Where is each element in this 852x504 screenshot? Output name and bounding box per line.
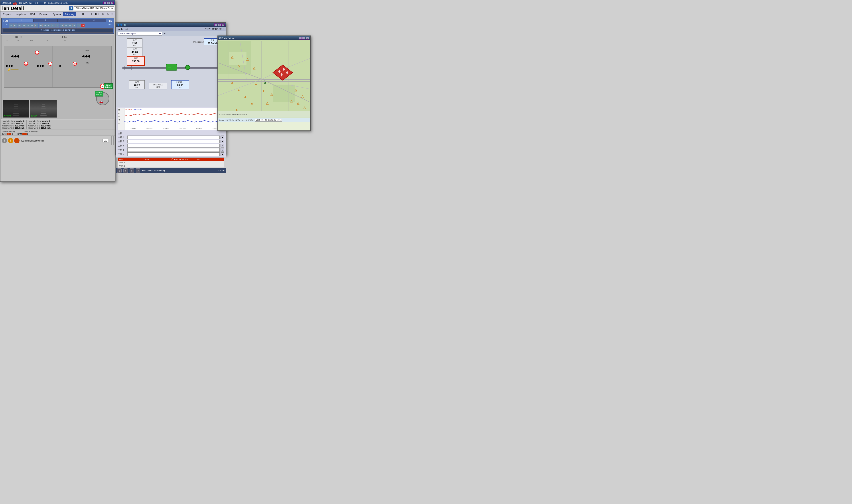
status-icon-4[interactable]: ? xyxy=(136,168,140,173)
menu-a[interactable]: A xyxy=(106,12,110,16)
alarm-col-date-1: 3/23/2010 4:27 PM xyxy=(171,158,197,160)
alarm-dropdown-arrow[interactable]: ▼ xyxy=(164,32,166,35)
minimize-btn-3[interactable]: _ xyxy=(298,37,302,39)
close-btn-3[interactable]: ✕ xyxy=(306,37,309,39)
close-btn[interactable]: ✕ xyxy=(110,2,114,4)
arrow-left-1: ◀◀◀ xyxy=(11,54,19,58)
minimize-btn-2[interactable]: _ xyxy=(214,23,217,26)
menu-helpdesk[interactable]: Helpdesk xyxy=(14,12,28,16)
stat-val-6: 75Fhz/h xyxy=(42,123,50,125)
stat-total-fhz-us-1: Total Fhz./U.S. 75Fhz/h xyxy=(2,123,25,125)
stat-label-3: Geschw./N.S. xyxy=(2,125,15,127)
alarm-description-select[interactable]: Alarm Description xyxy=(117,32,162,36)
note-label-5: 注释 5 xyxy=(117,152,126,156)
sensor-jingya-value: 40.28 xyxy=(128,51,141,53)
num-01: 01 xyxy=(64,39,66,41)
window-process-scada: 👤👤 ⚙️ _ □ ✕ root / root 11:26 12.02.2010… xyxy=(115,22,226,155)
stat-label-4: Geschw./U.S. xyxy=(2,127,15,129)
map-area: Zoom 25 Width 140/w Height 932/w xyxy=(218,40,310,118)
num-05: 05 xyxy=(6,39,8,41)
minimize-btn[interactable]: _ xyxy=(103,2,107,4)
menu-fuhrung[interactable]: Führung xyxy=(63,12,76,16)
stats-area: Total Fhz./N.S. 217Fhz/h Total Fhz./U.S.… xyxy=(0,120,115,129)
menu-reports[interactable]: Reports xyxy=(1,12,14,16)
window1-view-select[interactable]: Silikon-Flielen LUE Umf. Flielen Detail xyxy=(74,6,114,10)
note-row-1: 注释 1 ▶ xyxy=(117,136,224,139)
menu-gba[interactable]: GBA xyxy=(28,12,37,16)
alarm-icon-1[interactable]: ! xyxy=(2,138,7,143)
alarm-icon-3[interactable]: ! xyxy=(14,138,19,143)
lane-cell-12: 12 xyxy=(55,23,59,28)
maximize-btn[interactable]: □ xyxy=(107,2,110,4)
note-input-1[interactable] xyxy=(127,136,220,139)
stat-label-8: Geschw./U.S. xyxy=(29,127,41,129)
chart-svg xyxy=(125,109,224,127)
status-icon-1[interactable]: ⚙ xyxy=(117,168,122,173)
note-btn-4[interactable]: ▶ xyxy=(220,148,224,152)
menu-s[interactable]: S xyxy=(86,12,90,16)
alarm-col-kam-3: KAM 2 xyxy=(119,165,223,167)
stat-val-5: 217Fhz/h xyxy=(42,120,51,123)
num-04a: 04 xyxy=(17,39,19,41)
win2-time: 11:26 12.02.2010 xyxy=(205,28,224,30)
window1-dropdown-area: 5 Silikon-Flielen LUE Umf. Flielen Detai… xyxy=(69,6,114,11)
x-label-1: 11:23:50 xyxy=(130,128,136,129)
sensor-chaiya: 差压 2.39 bar xyxy=(127,38,142,48)
menu-ble[interactable]: BLE xyxy=(94,12,101,16)
tunnel-diagram: TUF 03 TUF 04 05 04 03 02 01 🚫 🚫 🚫 🚫 ◀◀◀… xyxy=(1,35,114,119)
kam-row: KAM ███ 3 KAM ███ 3 xyxy=(2,133,113,135)
scroll-bar[interactable] xyxy=(111,136,114,145)
tunnel-tab-2[interactable]: 2 xyxy=(34,19,58,22)
win2-user-icon: 👤👤 xyxy=(117,24,123,26)
stat-label-2: Total Fhz./U.S. xyxy=(2,123,16,125)
window1-subtitle: LD_AWS_KST_SB xyxy=(19,2,38,4)
menu-browser[interactable]: Browser xyxy=(37,12,50,16)
sensor-j2-unit: bar xyxy=(131,87,143,89)
tunnel-tab-4[interactable]: 4 xyxy=(82,19,107,22)
alarm-icon-2[interactable]: ! xyxy=(8,138,13,143)
maximize-btn-2[interactable]: □ xyxy=(218,23,221,26)
lane-cell-05: 05 xyxy=(26,23,30,28)
note-input-3[interactable] xyxy=(127,144,220,147)
status-icon-3[interactable]: ℹ xyxy=(130,168,134,173)
stat-val-4: 128.9km/h xyxy=(15,127,25,129)
menu-g[interactable]: G xyxy=(110,12,114,16)
circle-indicator xyxy=(185,65,190,70)
close-btn-2[interactable]: ✕ xyxy=(221,23,224,26)
tunnel-tab-3[interactable]: 3 xyxy=(58,19,82,22)
note-input-2[interactable] xyxy=(127,140,220,143)
note-btn-1[interactable]: ▶ xyxy=(220,136,224,139)
sensor-esd-label: ESD WELL温度 xyxy=(151,84,165,89)
note-label-2: 注释 2 xyxy=(117,140,126,143)
maximize-btn-3[interactable]: □ xyxy=(302,37,305,39)
win2-path: root / root xyxy=(117,28,128,30)
alarm-col-status-1: TRUE xyxy=(145,158,171,160)
x-label-2: 11:24:10 xyxy=(146,128,152,129)
tunnel-tab-1[interactable]: 1 xyxy=(9,19,34,22)
stat-geschw-ns-2: Geschw./N.S. 102.6km/h xyxy=(29,125,51,127)
fln-label: FLN xyxy=(2,23,8,28)
y-label-45: 45 xyxy=(118,119,124,121)
status-filter-text: Kein Filter in Verwendung xyxy=(142,169,165,172)
status-icon-2[interactable]: ! xyxy=(123,168,128,173)
menu-system[interactable]: System xyxy=(51,12,63,16)
window1-big-title: len Detail xyxy=(2,5,24,11)
sensor-jingya-label: 静压 xyxy=(128,48,141,51)
note-btn-5[interactable]: ▶ xyxy=(220,152,224,156)
menu-l[interactable]: L xyxy=(90,12,94,16)
window1-menubar: Reports Helpdesk GBA Browser System Führ… xyxy=(0,12,115,17)
win3-statusbar: Zoom: 25 Width: 140/w Height: 932/w 2008… xyxy=(218,118,310,122)
window-tunnel-scada: Stans501 🚗 LD_AWS_KST_SB Mi, 18.10.2006 … xyxy=(0,0,115,182)
stat-val-8: 128.9km/h xyxy=(41,127,51,129)
stat-geschw-ns-1: Geschw./N.S. 102.6km/h xyxy=(2,125,25,127)
note-input-5[interactable] xyxy=(127,152,220,156)
menu-o[interactable]: O xyxy=(81,12,85,16)
menu-m[interactable]: M xyxy=(101,12,105,16)
tuf04-label: TUF 04 xyxy=(59,36,67,38)
note-btn-3[interactable]: ▶ xyxy=(220,144,224,147)
scrollbar-track[interactable] xyxy=(111,136,114,145)
status-label-1: Status Störung xyxy=(2,130,16,132)
stat-val-1: 217Fhz/h xyxy=(16,120,25,123)
note-btn-2[interactable]: ▶ xyxy=(220,140,224,143)
note-input-4[interactable] xyxy=(127,148,220,152)
